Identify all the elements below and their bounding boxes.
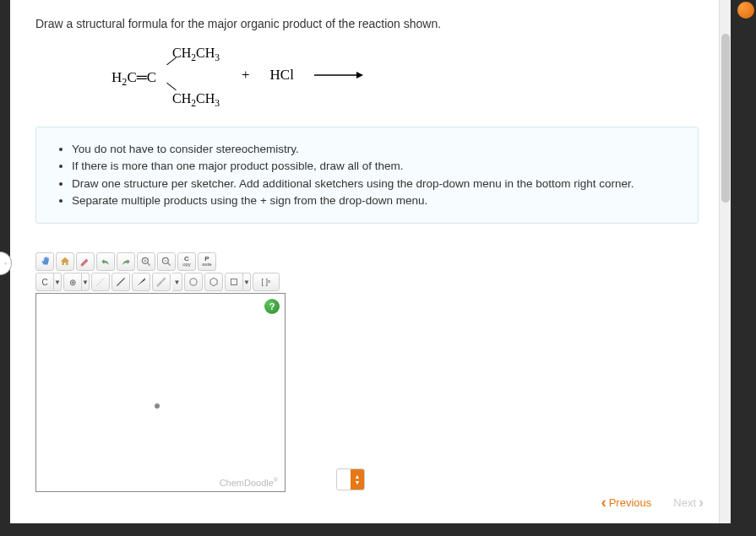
stepper-value <box>337 469 351 490</box>
notification-badge[interactable] <box>737 2 754 19</box>
pencil-tool-icon[interactable] <box>76 252 95 271</box>
copy-button[interactable]: Copy <box>177 252 196 271</box>
mol-substituent-bot: CH2CH3 <box>172 91 220 108</box>
svg-point-13 <box>190 279 197 285</box>
plus-sign: + <box>242 67 250 84</box>
vertical-scrollbar[interactable] <box>719 0 731 523</box>
bond-hash-icon[interactable] <box>152 273 171 291</box>
mol-substituent-top: CH2CH3 <box>172 46 220 62</box>
svg-marker-1 <box>356 72 363 79</box>
alkene-molecule: CH2CH3 H2C═C CH2CH3 <box>111 46 221 105</box>
stepper-arrows-icon[interactable]: ▲▼ <box>351 469 364 490</box>
toolbar-row-1: Copy Paste <box>35 252 370 271</box>
mol-center: H2C═C <box>111 69 156 89</box>
carbon-element[interactable]: C <box>35 273 54 291</box>
svg-line-12 <box>157 278 165 285</box>
chevron-down-icon[interactable]: ▼ <box>172 273 182 291</box>
chevron-left-icon: ‹ <box>601 494 606 512</box>
scroll-thumb[interactable] <box>721 34 730 203</box>
svg-marker-11 <box>137 278 144 285</box>
navigation-buttons: ‹ Previous Next › <box>601 494 704 512</box>
svg-line-3 <box>147 263 150 266</box>
toolbar-row-2: C ▼ ⊕ ▼ ▼ ▼ [ ]ⁿ <box>35 273 370 291</box>
redo-icon[interactable] <box>117 252 135 271</box>
initial-carbon-atom[interactable] <box>155 403 160 409</box>
hint-item: Separate multiple products using the + s… <box>72 192 681 209</box>
chevron-down-icon[interactable]: ▼ <box>82 273 90 291</box>
svg-line-10 <box>117 278 124 285</box>
zoom-in-icon[interactable] <box>137 252 155 271</box>
chevron-right-icon: › <box>699 494 704 512</box>
shape-dropdown[interactable]: ▼ <box>225 273 251 291</box>
element-dropdown[interactable]: C ▼ <box>35 273 62 291</box>
bond-dropdown[interactable]: ▼ <box>172 273 182 291</box>
svg-marker-14 <box>210 278 217 285</box>
instructions-box: You do not have to consider stereochemis… <box>35 127 699 224</box>
chemdoodle-brand: ChemDoodle® <box>220 477 278 488</box>
reaction-equation: CH2CH3 H2C═C CH2CH3 + HCl <box>111 46 699 105</box>
hint-item: You do not have to consider stereochemis… <box>72 141 681 158</box>
svg-rect-15 <box>231 279 237 285</box>
bracket-tool[interactable]: [ ]ⁿ <box>253 273 280 291</box>
bond-single-icon[interactable] <box>111 273 130 291</box>
reagent-hcl: HCl <box>270 67 294 84</box>
hint-item: If there is more than one major product … <box>72 158 681 175</box>
reaction-arrow-icon <box>314 71 363 79</box>
next-button: Next › <box>673 494 704 512</box>
ring-icon[interactable] <box>184 273 203 291</box>
box-icon[interactable] <box>225 273 243 291</box>
chevron-down-icon[interactable]: ▼ <box>243 273 251 291</box>
hand-tool-icon[interactable] <box>35 252 54 271</box>
question-panel: Draw a structural formula for the major … <box>10 0 726 523</box>
help-icon[interactable]: ? <box>264 299 280 314</box>
chevron-down-icon[interactable]: ▼ <box>54 273 62 291</box>
bond-line <box>166 83 177 90</box>
hint-item: Draw one structure per sketcher. Add add… <box>72 176 681 192</box>
previous-button[interactable]: ‹ Previous <box>601 494 652 512</box>
bond-wedge-icon[interactable] <box>132 273 150 291</box>
paste-button[interactable]: Paste <box>198 252 216 271</box>
charge-plus-icon[interactable]: ⊕ <box>63 273 82 291</box>
sketcher-count-stepper[interactable]: ▲▼ <box>336 468 365 490</box>
bond-dotted-icon[interactable] <box>91 273 110 291</box>
question-prompt: Draw a structural formula for the major … <box>35 17 699 30</box>
benzene-icon[interactable] <box>204 273 223 291</box>
undo-icon[interactable] <box>96 252 115 271</box>
drawing-canvas[interactable]: ? ChemDoodle® <box>35 293 286 492</box>
svg-line-7 <box>167 263 171 266</box>
zoom-out-icon[interactable] <box>157 252 176 271</box>
home-tool-icon[interactable] <box>56 252 74 271</box>
charge-dropdown[interactable]: ⊕ ▼ <box>63 273 90 291</box>
svg-line-9 <box>96 278 104 285</box>
chem-sketcher: Copy Paste C ▼ ⊕ ▼ ▼ ▼ <box>35 252 370 492</box>
